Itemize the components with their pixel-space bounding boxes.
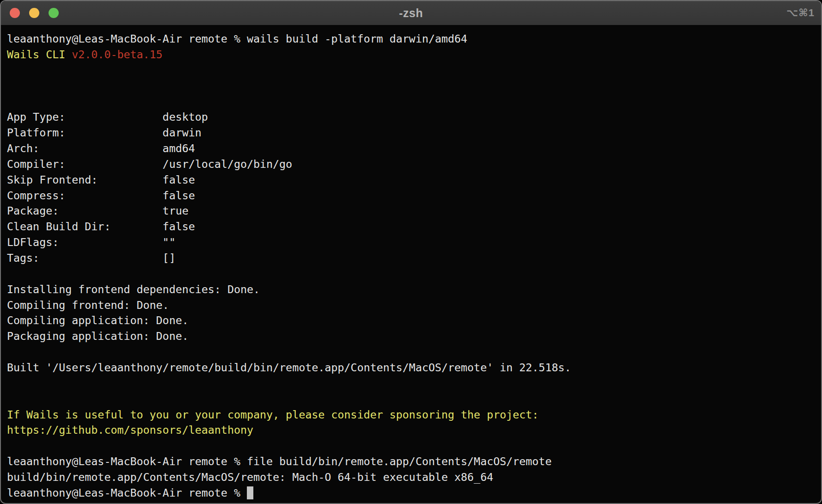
config-value: "" <box>163 236 176 248</box>
sponsor-url-line: https://github.com/sponsors/leaanthony <box>7 422 816 438</box>
window-titlebar[interactable]: -zsh ⌥⌘1 <box>1 1 821 25</box>
blank-line <box>7 62 816 78</box>
config-label: Compress: <box>7 188 163 203</box>
config-label: Compiler: <box>7 156 163 172</box>
terminal-screen[interactable]: leaanthony@Leas-MacBook-Air remote % wai… <box>1 25 821 503</box>
blank-line <box>7 78 816 94</box>
config-row: Arch:amd64 <box>7 141 816 156</box>
text-segment: Compiling frontend: Done. <box>7 299 169 311</box>
config-label: LDFlags: <box>7 234 163 250</box>
text-segment: Packaging application: Done. <box>7 330 189 342</box>
blank-line <box>7 344 816 360</box>
config-label: Package: <box>7 203 163 219</box>
config-label: Arch: <box>7 141 163 156</box>
config-value: false <box>163 173 195 186</box>
command-line-wails-build: leaanthony@Leas-MacBook-Air remote % wai… <box>7 31 816 47</box>
config-row: Tags:[] <box>7 250 816 266</box>
text-segment: Built '/Users/leaanthony/remote/build/bi… <box>7 361 571 374</box>
text-segment: Installing frontend dependencies: Done. <box>7 283 260 295</box>
text-segment: leaanthony@Leas-MacBook-Air remote % wai… <box>7 32 467 45</box>
zoom-button[interactable] <box>49 8 59 18</box>
blank-line <box>7 93 816 109</box>
config-value: false <box>163 189 195 202</box>
config-row: Platform:darwin <box>7 125 816 141</box>
config-label: Clean Build Dir: <box>7 219 163 234</box>
minimize-button[interactable] <box>29 8 39 18</box>
config-value: /usr/local/go/bin/go <box>163 158 293 170</box>
file-output-line: build/bin/remote.app/Contents/MacOS/remo… <box>7 469 816 485</box>
status-line: Packaging application: Done. <box>7 328 816 344</box>
text-segment: If Wails is useful to you or your compan… <box>7 408 539 421</box>
blank-line <box>7 375 816 391</box>
text-segment: leaanthony@Leas-MacBook-Air remote % <box>7 486 247 499</box>
window-title: -zsh <box>399 6 423 20</box>
config-row: Clean Build Dir:false <box>7 219 816 234</box>
blank-line <box>7 438 816 454</box>
built-line: Built '/Users/leaanthony/remote/build/bi… <box>7 360 816 375</box>
config-label: Tags: <box>7 250 163 266</box>
status-line: Compiling frontend: Done. <box>7 297 816 313</box>
config-value: true <box>163 204 189 217</box>
wails-version: v2.0.0-beta.15 <box>72 48 162 61</box>
text-segment: leaanthony@Leas-MacBook-Air remote % fil… <box>7 455 552 467</box>
window-shortcut-badge: ⌥⌘1 <box>786 1 815 25</box>
config-row: LDFlags:"" <box>7 234 816 250</box>
traffic-lights <box>10 1 59 25</box>
close-button[interactable] <box>10 8 20 18</box>
config-value: desktop <box>163 111 208 123</box>
config-row: Skip Frontend:false <box>7 172 816 188</box>
config-value: amd64 <box>163 142 195 154</box>
config-row: Compress:false <box>7 188 816 203</box>
config-label: Skip Frontend: <box>7 172 163 188</box>
terminal-cursor <box>247 486 253 499</box>
status-line: Installing frontend dependencies: Done. <box>7 282 816 297</box>
config-row: Package:true <box>7 203 816 219</box>
terminal-window: -zsh ⌥⌘1 leaanthony@Leas-MacBook-Air rem… <box>0 0 822 504</box>
status-line: Compiling application: Done. <box>7 313 816 328</box>
config-label: App Type: <box>7 109 163 125</box>
wails-cli-label: Wails CLI <box>7 48 72 61</box>
config-label: Platform: <box>7 125 163 141</box>
sponsor-url: https://github.com/sponsors/leaanthony <box>7 424 253 436</box>
blank-line <box>7 391 816 407</box>
prompt-line: leaanthony@Leas-MacBook-Air remote % <box>7 485 816 501</box>
command-line-file: leaanthony@Leas-MacBook-Air remote % fil… <box>7 454 816 469</box>
config-value: false <box>163 220 195 233</box>
text-segment: build/bin/remote.app/Contents/MacOS/remo… <box>7 471 493 483</box>
sponsor-line: If Wails is useful to you or your compan… <box>7 407 816 423</box>
config-row: App Type:desktop <box>7 109 816 125</box>
config-value: [] <box>163 252 176 264</box>
blank-line <box>7 266 816 282</box>
text-segment: Compiling application: Done. <box>7 314 189 326</box>
config-row: Compiler:/usr/local/go/bin/go <box>7 156 816 172</box>
version-line: Wails CLI v2.0.0-beta.15 <box>7 47 816 62</box>
config-value: darwin <box>163 126 202 139</box>
